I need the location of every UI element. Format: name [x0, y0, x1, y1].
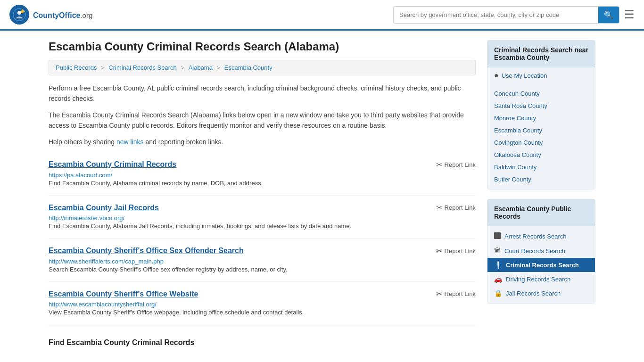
nearby-county-3: Monroe County — [487, 112, 595, 124]
nearby-county-4: Escambia County — [487, 124, 595, 136]
logo-text: CountyOffice.org — [33, 9, 92, 20]
result-item-3: Escambia County Sheriff's Office Sex Off… — [49, 239, 476, 282]
pub-record-arrest: Arrest Records Search — [487, 229, 595, 244]
result-desc-4: View Escambia County Sheriff's Office we… — [49, 308, 476, 317]
result-title-4: Escambia County Sheriff's Office Website — [49, 290, 198, 298]
driving-records-link[interactable]: Driving Records Search — [506, 276, 570, 283]
result-item-2: Escambia County Jail Records ✂ Report Li… — [49, 196, 476, 239]
use-location-link[interactable]: Use My Location — [502, 72, 547, 79]
public-records-box: Escambia County Public Records Arrest Re… — [487, 199, 595, 304]
scissors-icon-3: ✂ — [436, 247, 442, 255]
report-label-1: Report Link — [445, 161, 476, 168]
nearby-county-5: Covington County — [487, 136, 595, 148]
report-label-3: Report Link — [445, 247, 476, 255]
court-records-link[interactable]: Court Records Search — [504, 247, 565, 255]
nearby-counties-list: Conecuh County Santa Rosa County Monroe … — [487, 83, 595, 189]
result-desc-3: Search Escambia County Sheriff's Office … — [49, 265, 476, 274]
court-icon: 🏛 — [494, 247, 501, 255]
result-link-2[interactable]: Escambia County Jail Records — [49, 204, 159, 212]
result-title-1: Escambia County Criminal Records — [49, 160, 176, 169]
find-section-title: Find Escambia County Criminal Records — [49, 333, 476, 347]
nearby-county-link-7[interactable]: Baldwin County — [494, 164, 537, 171]
report-link-3[interactable]: ✂ Report Link — [436, 247, 476, 255]
nearby-county-7: Baldwin County — [487, 161, 595, 173]
result-header-3: Escambia County Sheriff's Office Sex Off… — [49, 247, 476, 255]
result-link-1[interactable]: Escambia County Criminal Records — [49, 160, 176, 168]
desc-3-suffix: and reporting broken links. — [144, 138, 223, 146]
result-url-1[interactable]: https://pa.alacourt.com/ — [49, 172, 112, 179]
nearby-county-8: Butler County — [487, 173, 595, 185]
nearby-county-link-5[interactable]: Covington County — [494, 139, 543, 146]
breadcrumb-escambia[interactable]: Escambia County — [224, 64, 272, 71]
header: CountyOffice.org 🔍 ☰ — [0, 0, 644, 31]
page-title: Escambia County Criminal Records Search … — [49, 40, 476, 53]
scissors-icon-4: ✂ — [436, 289, 442, 298]
breadcrumb-alabama[interactable]: Alabama — [189, 64, 213, 71]
pub-record-criminal: ❕ Criminal Records Search — [487, 258, 595, 272]
jail-icon: 🔒 — [494, 289, 502, 297]
criminal-icon: ❕ — [494, 261, 502, 269]
location-dot-icon: ● — [494, 71, 499, 80]
breadcrumb-public-records[interactable]: Public Records — [56, 64, 97, 71]
result-url-4[interactable]: http://www.escambiacountysheriffal.org/ — [49, 301, 157, 308]
report-link-2[interactable]: ✂ Report Link — [436, 203, 476, 212]
nearby-county-6: Okaloosa County — [487, 148, 595, 161]
desc-3-prefix: Help others by sharing — [49, 138, 116, 146]
result-header-1: Escambia County Criminal Records ✂ Repor… — [49, 160, 476, 169]
desc-3: Help others by sharing new links and rep… — [49, 137, 476, 147]
report-label-2: Report Link — [445, 204, 476, 211]
nearby-county-link-2[interactable]: Santa Rosa County — [494, 102, 547, 109]
nearby-county-link-1[interactable]: Conecuh County — [494, 90, 540, 97]
sidebar: Criminal Records Search near Escambia Co… — [487, 40, 595, 354]
pub-record-driving: 🚗 Driving Records Search — [487, 272, 595, 286]
breadcrumb-sep-2: > — [181, 64, 186, 71]
arrest-icon — [494, 232, 501, 240]
breadcrumb-sep-3: > — [217, 64, 222, 71]
result-link-4[interactable]: Escambia County Sheriff's Office Website — [49, 290, 198, 298]
breadcrumb-criminal-records-search[interactable]: Criminal Records Search — [108, 64, 177, 71]
scissors-icon-2: ✂ — [436, 203, 442, 212]
report-label-4: Report Link — [445, 290, 476, 297]
result-item-1: Escambia County Criminal Records ✂ Repor… — [49, 153, 476, 196]
breadcrumb: Public Records > Criminal Records Search… — [49, 60, 476, 75]
jail-records-link[interactable]: Jail Records Search — [506, 290, 561, 297]
nearby-county-link-3[interactable]: Monroe County — [494, 115, 536, 122]
result-title-2: Escambia County Jail Records — [49, 204, 159, 212]
hamburger-menu[interactable]: ☰ — [624, 8, 635, 21]
nearby-county-2: Santa Rosa County — [487, 99, 595, 112]
scissors-icon-1: ✂ — [436, 160, 442, 169]
nearby-county-link-4[interactable]: Escambia County — [494, 127, 542, 134]
nearby-county-link-6[interactable]: Okaloosa County — [494, 151, 541, 158]
svg-point-1 — [17, 11, 21, 15]
driving-icon: 🚗 — [494, 275, 502, 283]
result-url-3[interactable]: http://www.sheriffalerts.com/cap_main.ph… — [49, 258, 164, 265]
nearby-box: Criminal Records Search near Escambia Co… — [487, 40, 595, 189]
find-section: Find Escambia County Criminal Records — [49, 325, 476, 354]
report-link-1[interactable]: ✂ Report Link — [436, 160, 476, 169]
pub-record-court: 🏛 Court Records Search — [487, 244, 595, 258]
arrest-records-link[interactable]: Arrest Records Search — [504, 233, 567, 240]
result-item-4: Escambia County Sheriff's Office Website… — [49, 282, 476, 325]
new-links-link[interactable]: new links — [116, 138, 144, 146]
public-records-list: Arrest Records Search 🏛 Court Records Se… — [487, 226, 595, 303]
nearby-county-link-8[interactable]: Butler County — [494, 176, 531, 183]
desc-1: Perform a free Escambia County, AL publi… — [49, 83, 476, 104]
main-content: Escambia County Criminal Records Search … — [49, 40, 476, 354]
result-url-2[interactable]: http://inmateroster.vbco.org/ — [49, 214, 124, 222]
nearby-title: Criminal Records Search near Escambia Co… — [487, 41, 595, 67]
desc-2: The Escambia County Criminal Records Sea… — [49, 110, 476, 131]
search-button[interactable]: 🔍 — [598, 7, 619, 23]
result-header-4: Escambia County Sheriff's Office Website… — [49, 289, 476, 298]
report-link-4[interactable]: ✂ Report Link — [436, 289, 476, 298]
header-right: 🔍 ☰ — [393, 6, 635, 24]
use-location: ● Use My Location — [487, 67, 595, 83]
criminal-records-link[interactable]: Criminal Records Search — [506, 262, 579, 269]
public-records-title: Escambia County Public Records — [487, 199, 595, 226]
main-container: Escambia County Criminal Records Search … — [39, 31, 605, 362]
result-title-3: Escambia County Sheriff's Office Sex Off… — [49, 247, 244, 255]
logo-area: CountyOffice.org — [9, 5, 92, 25]
search-bar: 🔍 — [393, 6, 619, 24]
nearby-county-1: Conecuh County — [487, 87, 595, 99]
search-input[interactable] — [394, 8, 598, 22]
result-link-3[interactable]: Escambia County Sheriff's Office Sex Off… — [49, 247, 244, 255]
